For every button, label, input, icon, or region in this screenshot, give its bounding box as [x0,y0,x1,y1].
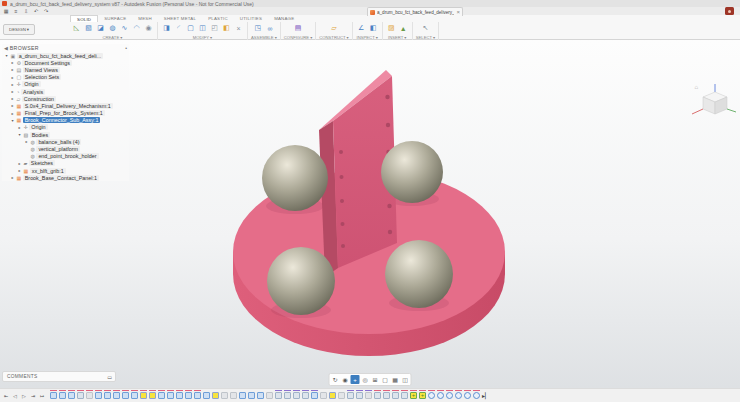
tree-row[interactable]: ▸ ▦ S.0x4_Final_Delivery_Mechanism:1 [2,102,129,109]
timeline-feature-icon[interactable] [401,392,408,399]
node-label[interactable]: Selection Sets [23,74,61,80]
go-to-start-button[interactable]: ⇤ [2,392,10,400]
timeline-feature-icon[interactable] [185,392,192,399]
comment-bubble-icon[interactable]: ▭ [107,374,115,380]
timeline-feature-icon[interactable] [464,392,471,399]
timeline-feature-icon[interactable] [293,392,300,399]
node-label[interactable]: xx_blft_grib:1 [30,168,66,174]
expand-arrow-icon[interactable]: ▸ [10,103,15,108]
timeline-feature-icon[interactable] [356,392,363,399]
combine-icon[interactable]: ◫ [197,23,208,34]
timeline-feature-icon[interactable] [248,392,255,399]
node-label[interactable]: balance_balls (4) [36,139,81,145]
shell-icon[interactable]: ▢ [185,23,196,34]
expand-arrow-icon[interactable]: ▸ [10,89,15,94]
timeline-feature-icon[interactable] [149,392,156,399]
timeline-feature-icon[interactable] [374,392,381,399]
ribbon-tab[interactable]: MESH [132,15,158,22]
zoom-icon[interactable]: ◎ [361,375,370,384]
construction-plane-icon[interactable]: ▱ [328,23,339,34]
node-label[interactable]: Final_Prep_for_Brook_System:1 [23,110,105,116]
tree-row[interactable]: ▾ ▨ Bodies [2,131,129,138]
new-component-icon[interactable]: ◳ [252,23,263,34]
group-label[interactable]: INSPECT ▾ [357,35,378,40]
display-settings-icon[interactable]: ▢ [381,375,390,384]
tree-row[interactable]: ◍ vertical_platform [2,145,129,152]
pan-icon[interactable]: + [351,375,360,384]
comments-bar[interactable]: COMMENTS ▭ [2,371,116,382]
timeline-feature-icon[interactable] [365,392,372,399]
tree-row[interactable]: ▸ ◍ balance_balls (4) [2,138,129,145]
ribbon-tab[interactable]: MANAGE [268,15,300,22]
insert-derive-icon[interactable]: ▨ [386,23,397,34]
group-label[interactable]: CREATE ▾ [103,35,123,40]
timeline-feature-icon[interactable] [311,392,318,399]
go-to-end-button[interactable]: ↦ [38,392,46,400]
timeline-feature-icon[interactable] [230,392,237,399]
box-icon[interactable]: ▧ [83,23,94,34]
insert-mesh-icon[interactable]: ▲ [398,23,409,34]
redo-icon[interactable]: ↷ [42,7,50,15]
timeline-feature-icon[interactable] [167,392,174,399]
ribbon-tab[interactable]: SHEET METAL [158,15,202,22]
tree-row[interactable]: ▸ ◔ Analysis [2,88,129,95]
node-label[interactable]: Analysis [21,89,45,95]
play-button[interactable]: ▷ [20,392,28,400]
node-label[interactable]: end_point_brook_holder [36,153,98,159]
step-back-button[interactable]: ◁ [11,392,19,400]
timeline-feature-icon[interactable] [104,392,111,399]
revolve-icon[interactable]: ◍ [107,23,118,34]
tree-row[interactable]: ▾ ▦ Brook_Connector_Sub_Assy:1 [2,117,129,124]
ribbon-tab[interactable]: SOLID [70,15,98,22]
node-label[interactable]: Bodies [30,132,50,138]
delete-icon[interactable]: × [233,23,244,34]
expand-arrow-icon[interactable]: ▸ [24,139,29,144]
tree-row[interactable]: ▸ ▦ xx_blft_grib:1 [2,167,129,174]
grid-settings-icon[interactable]: ▦ [391,375,400,384]
timeline-feature-icon[interactable] [86,392,93,399]
timeline-feature-icon[interactable] [131,392,138,399]
home-view-icon[interactable]: ⌂ [694,84,698,90]
measure-icon[interactable]: ∠ [356,23,367,34]
timeline-feature-icon[interactable] [338,392,345,399]
tree-row[interactable]: ▸ ▦ Final_Prep_for_Brook_System:1 [2,110,129,117]
node-label[interactable]: Brook_Base_Contact_Panel:1 [23,175,99,181]
joint-icon[interactable]: ∞ [264,23,275,34]
timeline-feature-icon[interactable] [122,392,129,399]
timeline-feature-icon[interactable] [275,392,282,399]
expand-arrow-icon[interactable]: ▸ [10,175,15,180]
job-status-icon[interactable] [725,7,734,15]
node-label[interactable]: Brook_Connector_Sub_Assy:1 [23,117,101,123]
workspace-selector[interactable]: DESIGN ▾ [3,24,35,35]
fillet-icon[interactable]: ◜ [173,23,184,34]
group-label[interactable]: ASSEMBLE ▾ [251,35,277,40]
timeline-feature-icon[interactable] [455,392,462,399]
timeline-feature-icon[interactable] [320,392,327,399]
group-label[interactable]: CONFIGURE ▾ [284,35,312,40]
extrude-icon[interactable]: ◪ [95,23,106,34]
node-label[interactable]: Named Views [23,67,60,73]
timeline-feature-icon[interactable] [266,392,273,399]
tree-row[interactable]: ▾ ▣ a_drum_bcu_fct_back_feed_deli... [2,52,129,59]
ribbon-tab[interactable]: UTILITIES [234,15,268,22]
hole-icon[interactable]: ◉ [143,23,154,34]
timeline-feature-icon[interactable] [68,392,75,399]
timeline-feature-icon[interactable] [239,392,246,399]
tree-row[interactable]: ▸ ⚙ Document Settings [2,59,129,66]
configure-icon[interactable]: ▤ [293,23,304,34]
press-pull-icon[interactable]: ◨ [161,23,172,34]
timeline-feature-icon[interactable] [113,392,120,399]
timeline-feature-icon[interactable] [140,392,147,399]
document-tab[interactable]: a_drum_bcu_fct_back_feed_delivery_system… [367,7,463,16]
expand-arrow-icon[interactable]: ▸ [10,75,15,80]
fit-icon[interactable]: ⊞ [371,375,380,384]
timeline-feature-icon[interactable] [473,392,480,399]
tree-row[interactable]: ▸ ▱ Construction [2,95,129,102]
loft-icon[interactable]: ◠ [131,23,142,34]
data-panel-icon[interactable]: ▦ [2,7,10,15]
step-forward-button[interactable]: ⇥ [29,392,37,400]
timeline-feature-icon[interactable] [176,392,183,399]
timeline-feature-icon[interactable] [302,392,309,399]
node-label[interactable]: Origin [22,81,40,87]
node-label[interactable]: Origin [29,124,47,130]
